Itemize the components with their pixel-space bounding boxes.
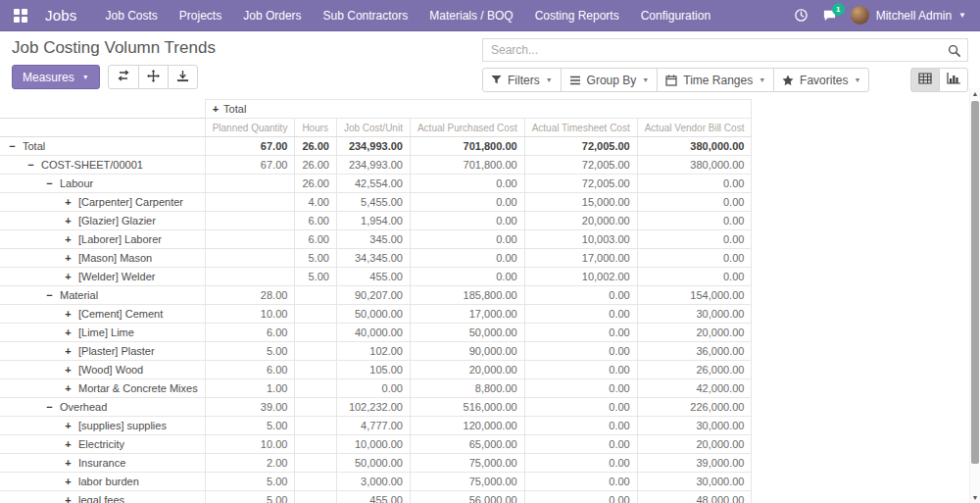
- cell: 0.00: [524, 361, 637, 379]
- nav-item-costing-reports[interactable]: Costing Reports: [524, 0, 630, 31]
- pivot-view-button[interactable]: [910, 68, 940, 92]
- row-header-carpenter-carpenter[interactable]: +[Carpenter] Carpenter: [0, 193, 205, 212]
- row-header-wood-wood[interactable]: +[Wood] Wood: [0, 361, 205, 379]
- measure-header-job-cost-unit[interactable]: Job Cost/Unit: [336, 119, 410, 137]
- expand-icon[interactable]: +: [64, 271, 73, 282]
- filter-button-group-by[interactable]: Group By▼: [561, 68, 659, 92]
- bar-chart-view-button[interactable]: [939, 68, 968, 92]
- cell: 345.00: [336, 230, 410, 249]
- expand-icon[interactable]: +: [64, 438, 73, 450]
- nav-item-job-orders[interactable]: Job Orders: [232, 0, 312, 31]
- expand-icon[interactable]: +: [64, 420, 73, 431]
- expand-icon[interactable]: +: [64, 382, 73, 394]
- row-header-cost-sheet-00001[interactable]: −COST-SHEET/00001: [0, 156, 205, 175]
- filter-button-filters[interactable]: Filters▼: [482, 68, 562, 92]
- measures-button[interactable]: Measures ▼: [12, 65, 100, 89]
- expand-icon[interactable]: +: [64, 494, 73, 503]
- row-header-glazier-glazier[interactable]: +[Glazier] Glazier: [0, 212, 205, 230]
- row-header-electricity[interactable]: +Electricity: [0, 435, 205, 454]
- cell: 102,232.00: [336, 398, 410, 417]
- search-icon[interactable]: [947, 43, 961, 62]
- column-group-total[interactable]: +Total: [205, 100, 752, 119]
- row-header-overhead[interactable]: −Overhead: [0, 398, 205, 417]
- nav-item-materials-boq[interactable]: Materials / BOQ: [418, 0, 523, 31]
- cell: 0.00: [524, 491, 637, 503]
- measure-header-planned-quantity[interactable]: Planned Quantity: [205, 119, 295, 137]
- vertical-scrollbar[interactable]: ▲ ▼: [969, 88, 980, 503]
- cell: [295, 361, 337, 379]
- collapse-icon[interactable]: −: [26, 159, 35, 171]
- expand-icon[interactable]: +: [64, 233, 73, 245]
- row-header-legal-fees[interactable]: +legal fees: [0, 491, 205, 503]
- clock-icon[interactable]: [794, 8, 808, 23]
- collapse-icon[interactable]: −: [45, 401, 54, 413]
- expand-icon[interactable]: +: [64, 215, 73, 226]
- app-brand[interactable]: Jobs: [45, 7, 77, 24]
- measure-header-row: Planned QuantityHoursJob Cost/UnitActual…: [0, 119, 752, 137]
- expand-all-button[interactable]: [138, 65, 169, 89]
- row-header-mortar-concrete-mixes[interactable]: +Mortar & Concrete Mixes: [0, 379, 205, 398]
- user-name: Mitchell Admin: [876, 9, 952, 23]
- row-label: Material: [60, 289, 98, 301]
- row-label: [Lime] Lime: [78, 327, 134, 338]
- cell: 30,000.00: [637, 417, 752, 435]
- scroll-down-icon[interactable]: ▼: [970, 494, 980, 501]
- cell: 15,000.00: [524, 193, 637, 212]
- cell: 6.00: [295, 230, 337, 249]
- row-header-plaster-plaster[interactable]: +[Plaster] Plaster: [0, 342, 205, 361]
- expand-icon[interactable]: +: [64, 364, 73, 376]
- nav-item-job-costs[interactable]: Job Costs: [95, 0, 169, 31]
- user-menu[interactable]: Mitchell Admin ▼: [851, 6, 966, 25]
- swap-axes-button[interactable]: [108, 65, 139, 89]
- expand-icon[interactable]: +: [64, 308, 73, 320]
- scrollbar-thumb[interactable]: [971, 101, 979, 464]
- cell: 1.00: [205, 379, 295, 398]
- measure-header-actual-purchased-cost[interactable]: Actual Purchased Cost: [410, 119, 524, 137]
- row-label: Mortar & Concrete Mixes: [78, 382, 198, 394]
- expand-icon[interactable]: +: [64, 457, 73, 469]
- nav-item-sub-contractors[interactable]: Sub Contractors: [313, 0, 419, 31]
- filter-button-time-ranges[interactable]: Time Ranges▼: [657, 68, 774, 92]
- collapse-icon[interactable]: −: [45, 177, 54, 189]
- table-row: +[Carpenter] Carpenter4.005,455.000.0015…: [0, 193, 752, 212]
- download-button[interactable]: [168, 65, 198, 89]
- row-header-labor-burden[interactable]: +labor burden: [0, 473, 205, 491]
- expand-icon[interactable]: +: [64, 327, 73, 338]
- nav-item-projects[interactable]: Projects: [169, 0, 232, 31]
- cell: 0.00: [637, 212, 752, 230]
- expand-icon[interactable]: +: [64, 196, 73, 208]
- measure-header-actual-timesheet-cost[interactable]: Actual Timesheet Cost: [524, 119, 637, 137]
- search-input[interactable]: [483, 39, 967, 61]
- row-header-mason-mason[interactable]: +[Mason] Mason: [0, 249, 205, 268]
- row-header-material[interactable]: −Material: [0, 286, 205, 305]
- expand-icon[interactable]: +: [64, 476, 73, 487]
- pivot-body: −Total67.0026.00234,993.00701,800.0072,0…: [0, 137, 752, 503]
- expand-icon[interactable]: +: [213, 103, 219, 115]
- nav-item-configuration[interactable]: Configuration: [630, 0, 721, 31]
- measure-header-actual-vendor-bill-cost[interactable]: Actual Vendor Bill Cost: [637, 119, 752, 137]
- filter-button-favorites[interactable]: Favorites▼: [773, 68, 869, 92]
- row-header-supplies-supplies[interactable]: +[supplies] supplies: [0, 417, 205, 435]
- row-header-laborer-laborer[interactable]: +[Laborer] Laborer: [0, 230, 205, 249]
- expand-icon[interactable]: +: [64, 345, 73, 357]
- chevron-down-icon: ▼: [642, 76, 649, 83]
- chevron-down-icon: ▼: [759, 76, 765, 83]
- view-switcher: [910, 68, 968, 92]
- expand-icon[interactable]: +: [64, 252, 73, 264]
- measure-header-hours[interactable]: Hours: [295, 119, 337, 137]
- scroll-up-icon[interactable]: ▲: [970, 90, 980, 97]
- row-header-total[interactable]: −Total: [0, 137, 205, 156]
- cell: 4,777.00: [336, 417, 410, 435]
- collapse-icon[interactable]: −: [8, 140, 17, 152]
- cell: 701,800.00: [410, 156, 524, 175]
- chevron-down-icon: ▼: [854, 76, 860, 83]
- cell: 0.00: [524, 435, 637, 454]
- chat-bubble-icon[interactable]: 1: [822, 8, 837, 23]
- row-header-insurance[interactable]: +Insurance: [0, 454, 205, 473]
- row-header-welder-welder[interactable]: +[Welder] Welder: [0, 268, 205, 286]
- row-header-lime-lime[interactable]: +[Lime] Lime: [0, 324, 205, 342]
- row-header-labour[interactable]: −Labour: [0, 175, 205, 193]
- collapse-icon[interactable]: −: [45, 289, 54, 301]
- apps-grid-icon[interactable]: [14, 9, 27, 23]
- row-header-cement-cement[interactable]: +[Cement] Cement: [0, 305, 205, 324]
